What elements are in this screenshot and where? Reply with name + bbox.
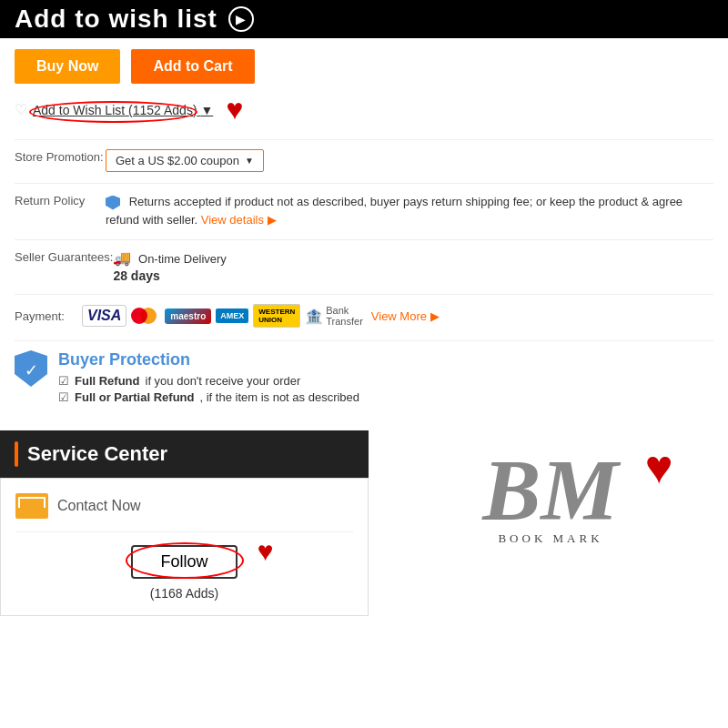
payment-row: Payment: VISA maestro AMEX WESTERNUNION … bbox=[15, 294, 713, 328]
store-promotion-label: Store Promotion: bbox=[15, 149, 106, 166]
coupon-arrow: ▼ bbox=[245, 156, 254, 166]
store-promotion-row: Store Promotion: Get a US $2.00 coupon ▼ bbox=[15, 139, 713, 172]
payment-label: Payment: bbox=[15, 309, 76, 323]
view-details-link[interactable]: View details ▶ bbox=[201, 213, 277, 227]
amex-card: AMEX bbox=[216, 308, 248, 323]
protection-content: Buyer Protection ☑ Full Refund if you do… bbox=[58, 350, 359, 407]
bm-letters: BM bbox=[482, 449, 618, 531]
follow-heart-icon: ♥ bbox=[258, 536, 274, 567]
protection-item-2: ☑ Full or Partial Refund , if the item i… bbox=[58, 390, 359, 404]
service-content: Contact Now Follow ♥ (1168 Adds) bbox=[0, 478, 369, 616]
follow-count: (1168 Adds) bbox=[150, 586, 219, 601]
seller-delivery-text: 🚚 On-time Delivery bbox=[113, 249, 713, 267]
big-heart-icon: ♥ bbox=[226, 93, 243, 126]
wishlist-heart-icon: ♡ bbox=[15, 101, 27, 118]
service-center-header: Service Center bbox=[0, 430, 369, 478]
return-policy-content: Returns accepted if product not as descr… bbox=[106, 193, 713, 228]
left-panel: Service Center Contact Now Follow ♥ (116… bbox=[0, 430, 373, 616]
seller-guarantees-row: Seller Guarantees: 🚚 On-time Delivery 28… bbox=[15, 239, 713, 283]
visa-card: VISA bbox=[82, 305, 126, 327]
western-union-card: WESTERNUNION bbox=[253, 304, 300, 328]
shield-icon bbox=[106, 196, 120, 210]
follow-button-wrap: Follow ♥ bbox=[131, 545, 237, 579]
content-area: Buy Now Add to Cart ♡ Add to Wish List (… bbox=[0, 38, 728, 430]
bank-transfer: 🏦 BankTransfer bbox=[305, 305, 363, 327]
store-promotion-content: Get a US $2.00 coupon ▼ bbox=[106, 149, 713, 172]
bank-icon: 🏦 bbox=[305, 308, 323, 325]
follow-button[interactable]: Follow bbox=[131, 545, 237, 579]
protection-shield-icon: ✓ bbox=[15, 350, 47, 387]
check-icon-1: ☑ bbox=[58, 374, 69, 388]
add-to-cart-button[interactable]: Add to Cart bbox=[131, 49, 254, 84]
seller-guarantees-label: Seller Guarantees: bbox=[15, 249, 113, 266]
buyer-protection-section: ✓ Buyer Protection ☑ Full Refund if you … bbox=[15, 340, 713, 407]
action-buttons-row: Buy Now Add to Cart bbox=[15, 49, 713, 84]
payment-cards: VISA maestro AMEX WESTERNUNION 🏦 BankTra… bbox=[82, 304, 440, 328]
truck-icon: 🚚 bbox=[113, 249, 131, 267]
protection-title: Buyer Protection bbox=[58, 350, 359, 369]
bottom-section: Service Center Contact Now Follow ♥ (116… bbox=[0, 430, 728, 616]
return-text: Returns accepted if product not as descr… bbox=[106, 195, 682, 227]
protection-item-1: ☑ Full Refund if you don't receive your … bbox=[58, 374, 359, 388]
buy-now-button[interactable]: Buy Now bbox=[15, 49, 120, 84]
floating-heart-icon: ♥ bbox=[645, 440, 673, 494]
maestro-card: maestro bbox=[165, 308, 211, 324]
service-center-title: Service Center bbox=[27, 442, 167, 466]
view-more-link[interactable]: View More ▶ bbox=[371, 309, 440, 323]
mastercard bbox=[131, 307, 160, 325]
header-icon[interactable]: ▶ bbox=[228, 6, 254, 32]
header-bar: Add to wish list ▶ bbox=[0, 0, 728, 38]
return-policy-row: Return Policy Returns accepted if produc… bbox=[15, 183, 713, 228]
wishlist-row: ♡ Add to Wish List (1152 Adds) ▼ ♥ bbox=[15, 93, 713, 126]
contact-row: Contact Now bbox=[15, 493, 353, 532]
check-icon-2: ☑ bbox=[58, 390, 69, 404]
contact-now-link[interactable]: Contact Now bbox=[57, 498, 141, 514]
coupon-button[interactable]: Get a US $2.00 coupon ▼ bbox=[106, 149, 264, 172]
page-title: Add to wish list bbox=[15, 5, 217, 34]
return-policy-label: Return Policy bbox=[15, 193, 106, 209]
sc-bar bbox=[15, 441, 18, 467]
delivery-days: 28 days bbox=[113, 268, 713, 283]
seller-guarantees-content: 🚚 On-time Delivery 28 days bbox=[113, 249, 713, 283]
wishlist-text[interactable]: Add to Wish List (1152 Adds) ▼ bbox=[33, 103, 213, 117]
mail-icon bbox=[15, 493, 48, 519]
bookmark-logo: BM ♥ BOOK MARK bbox=[482, 449, 618, 546]
follow-section: Follow ♥ (1168 Adds) bbox=[15, 545, 353, 601]
